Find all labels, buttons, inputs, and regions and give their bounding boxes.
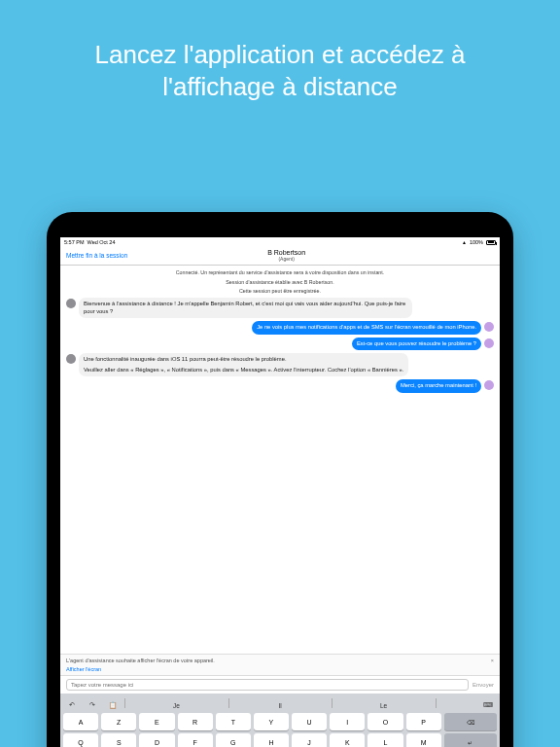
hide-keyboard-key[interactable]: ⌨ [479,696,497,714]
agent-bubble: Une fonctionnalité inaugurée dans iOS 11… [79,353,408,376]
letter-key[interactable]: F [178,733,213,747]
letter-key[interactable]: Y [254,713,289,730]
user-bubble: Est-ce que vous pouvez résoudre le probl… [352,338,481,351]
battery-percent: 100% [470,239,483,245]
ipad-frame: 5:57 PM Wed Oct 24 100% Mettre fin à la … [47,212,513,747]
suggestion-key[interactable]: Il [231,696,329,714]
undo-key[interactable]: ↶ [63,696,81,714]
onscreen-keyboard: ↶ ↷ 📋 Je Il Le ⌨ A Z E R T Y [60,694,500,747]
letter-key[interactable]: Q [63,733,98,747]
close-icon[interactable]: × [491,658,494,663]
letter-key[interactable]: S [101,733,136,747]
letter-key[interactable]: G [216,733,251,747]
letter-key[interactable]: J [292,733,327,747]
agent-text: Une fonctionnalité inaugurée dans iOS 11… [84,356,403,364]
chat-row-user: Je ne vois plus mes notifications d'apps… [66,321,494,335]
keyboard-row-1: A Z E R T Y U I O P ⌫ [63,713,497,730]
letter-key[interactable]: T [216,713,251,730]
suggestion-key[interactable]: Je [128,696,226,714]
message-input-row: Envoyer [60,675,500,694]
chat-row-agent: Une fonctionnalité inaugurée dans iOS 11… [66,353,494,376]
user-avatar [484,338,494,348]
message-input[interactable] [66,679,469,691]
wifi-icon [462,239,467,245]
user-avatar [484,380,494,390]
suggestion-key[interactable]: Le [335,696,433,714]
user-avatar [484,322,494,332]
marketing-headline: Lancez l'application et accédez à l'affi… [0,0,560,102]
chat-row-user: Est-ce que vous pouvez résoudre le probl… [66,338,494,351]
agent-avatar [66,299,76,308]
send-button[interactable]: Envoyer [472,682,494,688]
letter-key[interactable]: R [178,713,213,730]
redo-key[interactable]: ↷ [84,696,101,714]
keyboard-row-2: Q S D F G H J K L M ↵ [63,733,497,747]
show-screen-link[interactable]: Afficher l'écran [66,666,494,672]
letter-key[interactable]: Z [101,713,136,730]
ipad-screen: 5:57 PM Wed Oct 24 100% Mettre fin à la … [60,237,500,747]
status-time: 5:57 PM Wed Oct 24 [64,239,116,245]
backspace-key[interactable]: ⌫ [444,713,497,730]
chat-row-user: Merci, ça marche maintenant ! [66,379,494,393]
battery-icon [486,240,496,245]
agent-role: (Agent) [267,257,305,263]
letter-key[interactable]: K [330,733,365,747]
letter-key[interactable]: I [330,713,365,730]
user-bubble: Merci, ça marche maintenant ! [396,379,481,393]
letter-key[interactable]: U [292,713,327,730]
letter-key[interactable]: H [254,733,289,747]
letter-key[interactable]: O [368,713,402,730]
return-key[interactable]: ↵ [444,733,497,747]
clipboard-key[interactable]: 📋 [104,696,122,714]
prompt-text: L'agent d'assistance souhaite afficher l… [66,658,215,663]
status-bar: 5:57 PM Wed Oct 24 100% [60,237,500,247]
letter-key[interactable]: A [63,713,98,730]
chat-transcript[interactable]: Connecté. Un représentant du service d'a… [60,266,500,654]
user-bubble: Je ne vois plus mes notifications d'apps… [252,321,481,335]
letter-key[interactable]: E [139,713,174,730]
letter-key[interactable]: D [139,733,174,747]
agent-text: Veuillez aller dans « Réglages », « Noti… [84,367,403,374]
agent-avatar [66,354,76,364]
letter-key[interactable]: P [406,713,441,730]
letter-key[interactable]: M [406,733,441,747]
chat-header: Mettre fin à la session B Robertson (Age… [60,247,500,266]
system-message: Connecté. Un représentant du service d'a… [66,269,494,276]
chat-row-agent: Bienvenue à l'assistance à distance ! Je… [66,298,494,318]
system-message: Session d'assistance établie avec B Robe… [66,279,494,286]
letter-key[interactable]: L [368,733,402,747]
end-session-button[interactable]: Mettre fin à la session [66,252,127,259]
agent-bubble: Bienvenue à l'assistance à distance ! Je… [79,298,412,318]
screen-share-prompt: × L'agent d'assistance souhaite afficher… [60,654,500,675]
system-message: Cette session peut être enregistrée. [66,288,494,295]
